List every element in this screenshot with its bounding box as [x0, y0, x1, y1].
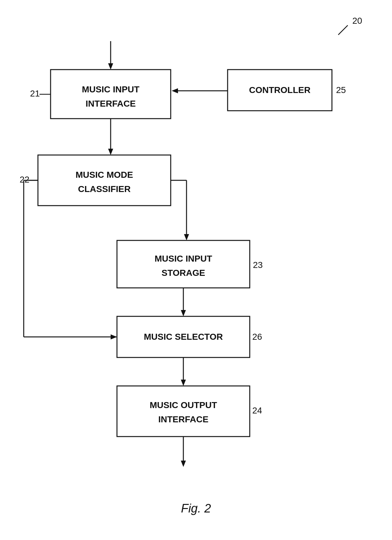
music-mode-classifier-label-2: CLASSIFIER: [78, 184, 131, 194]
ref-23: 23: [253, 260, 263, 270]
svg-marker-19: [181, 380, 186, 386]
diagram-container: 20 MUSIC INPUT INTERFACE 21 CONTROLLER 2…: [0, 0, 392, 540]
svg-marker-5: [172, 88, 178, 93]
music-input-storage-label-2: STORAGE: [162, 268, 205, 278]
svg-marker-21: [181, 461, 186, 467]
ref-26: 26: [252, 332, 262, 342]
svg-marker-2: [108, 63, 113, 70]
ref-22: 22: [20, 175, 29, 184]
svg-line-0: [338, 25, 348, 35]
svg-marker-17: [111, 334, 117, 339]
music-output-interface-box: [117, 386, 250, 437]
music-input-storage-box: [117, 240, 250, 288]
music-input-interface-label-1: MUSIC INPUT: [82, 84, 139, 94]
music-mode-classifier-box: [38, 155, 171, 206]
ref-20: 20: [352, 16, 362, 26]
figure-label: Fig. 2: [181, 502, 211, 515]
music-input-interface-label-2: INTERFACE: [86, 99, 136, 109]
music-input-storage-label-1: MUSIC INPUT: [155, 254, 212, 264]
svg-marker-11: [184, 234, 189, 240]
music-output-interface-label-2: INTERFACE: [158, 414, 209, 424]
music-selector-label: MUSIC SELECTOR: [144, 332, 223, 342]
ref-24: 24: [252, 406, 262, 415]
controller-label: CONTROLLER: [249, 85, 310, 95]
ref-25: 25: [336, 85, 346, 95]
music-output-interface-label-1: MUSIC OUTPUT: [150, 400, 217, 410]
music-mode-classifier-label-1: MUSIC MODE: [76, 170, 133, 180]
svg-marker-7: [108, 149, 113, 155]
svg-marker-13: [181, 310, 186, 316]
ref-21: 21: [30, 89, 40, 98]
